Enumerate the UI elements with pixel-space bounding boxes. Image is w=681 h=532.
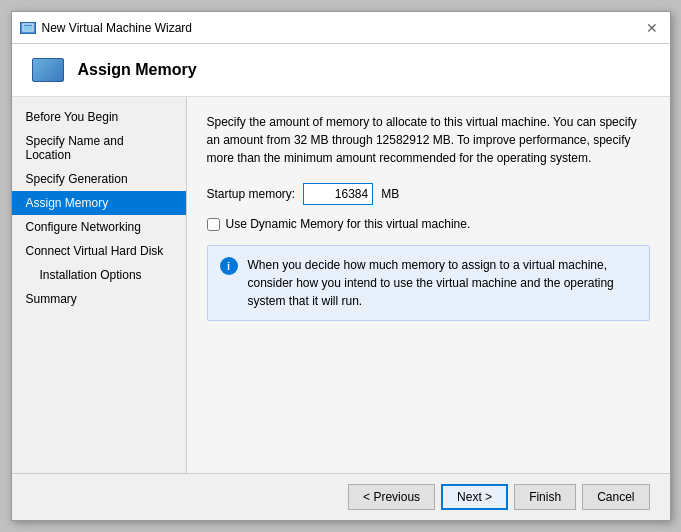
wizard-window: New Virtual Machine Wizard ✕ Assign Memo… <box>11 11 671 521</box>
window-icon <box>20 22 36 34</box>
sidebar-item-before-you-begin[interactable]: Before You Begin <box>12 105 186 129</box>
sidebar-item-summary[interactable]: Summary <box>12 287 186 311</box>
startup-memory-input[interactable] <box>303 183 373 205</box>
window-title: New Virtual Machine Wizard <box>42 21 193 35</box>
title-bar: New Virtual Machine Wizard ✕ <box>12 12 670 44</box>
sidebar-item-assign-memory[interactable]: Assign Memory <box>12 191 186 215</box>
description-text: Specify the amount of memory to allocate… <box>207 113 650 167</box>
sidebar-item-specify-name[interactable]: Specify Name and Location <box>12 129 186 167</box>
dynamic-memory-checkbox[interactable] <box>207 218 220 231</box>
main-panel: Specify the amount of memory to allocate… <box>187 97 670 473</box>
startup-memory-unit: MB <box>381 187 399 201</box>
page-header: Assign Memory <box>12 44 670 97</box>
dynamic-memory-row: Use Dynamic Memory for this virtual mach… <box>207 217 650 231</box>
startup-memory-row: Startup memory: MB <box>207 183 650 205</box>
info-icon: i <box>220 257 238 275</box>
cancel-button[interactable]: Cancel <box>582 484 649 510</box>
next-button[interactable]: Next > <box>441 484 508 510</box>
title-bar-left: New Virtual Machine Wizard <box>20 21 193 35</box>
dynamic-memory-label: Use Dynamic Memory for this virtual mach… <box>226 217 471 231</box>
finish-button[interactable]: Finish <box>514 484 576 510</box>
footer: < Previous Next > Finish Cancel <box>12 473 670 520</box>
info-box: i When you decide how much memory to ass… <box>207 245 650 321</box>
page-header-icon <box>32 58 64 82</box>
sidebar-item-specify-generation[interactable]: Specify Generation <box>12 167 186 191</box>
page-title: Assign Memory <box>78 61 197 79</box>
startup-memory-label: Startup memory: <box>207 187 296 201</box>
previous-button[interactable]: < Previous <box>348 484 435 510</box>
close-button[interactable]: ✕ <box>642 18 662 38</box>
sidebar-item-installation-options[interactable]: Installation Options <box>12 263 186 287</box>
sidebar-item-configure-networking[interactable]: Configure Networking <box>12 215 186 239</box>
sidebar-item-connect-vhd[interactable]: Connect Virtual Hard Disk <box>12 239 186 263</box>
content-area: Before You Begin Specify Name and Locati… <box>12 97 670 473</box>
svg-rect-2 <box>24 26 32 30</box>
info-text: When you decide how much memory to assig… <box>248 256 637 310</box>
sidebar: Before You Begin Specify Name and Locati… <box>12 97 187 473</box>
